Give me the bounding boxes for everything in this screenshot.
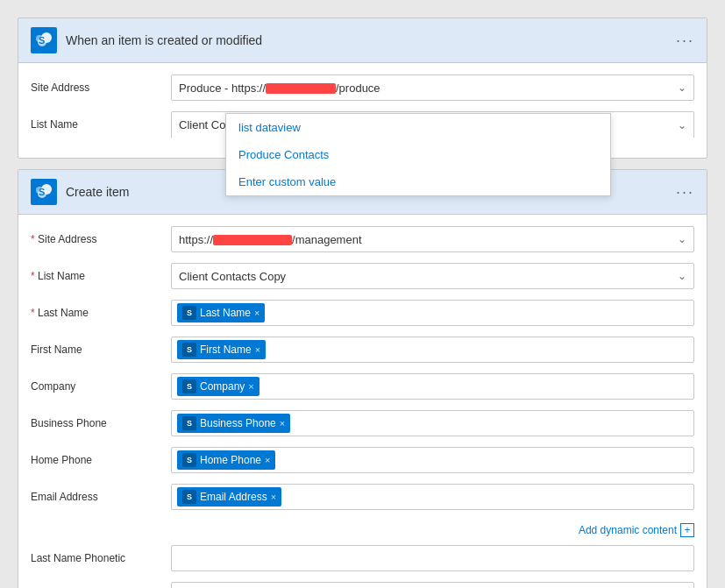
token-label-first-name: First Name bbox=[200, 344, 252, 356]
token-label-last-name: Last Name bbox=[200, 307, 251, 319]
token-close-business-phone[interactable]: × bbox=[280, 418, 285, 429]
action-site-address-chevron: ⌄ bbox=[678, 233, 686, 245]
svg-text:S: S bbox=[39, 187, 45, 197]
token-home-phone: S Home Phone × bbox=[177, 450, 275, 470]
action-list-name-chevron: ⌄ bbox=[678, 270, 686, 282]
field-row-first-name-phonetic: First Name Phonetic bbox=[31, 581, 694, 588]
action-card-body: Site Address https:// /management ⌄ List… bbox=[18, 215, 707, 588]
token-label-company: Company bbox=[200, 380, 245, 393]
action-title: Create item bbox=[66, 185, 129, 199]
trigger-site-address-value: Produce - https:// /produce bbox=[179, 81, 380, 95]
dropdown-option-produce-contacts[interactable]: Produce Contacts bbox=[226, 141, 610, 168]
sp-logo-svg: S bbox=[34, 31, 53, 50]
trigger-more-options[interactable]: ··· bbox=[676, 32, 694, 50]
field-input-business-phone[interactable]: S Business Phone × bbox=[171, 410, 694, 436]
trigger-list-name-label: List Name bbox=[31, 118, 171, 131]
token-email: S Email Address × bbox=[177, 487, 281, 507]
token-close-email[interactable]: × bbox=[271, 492, 276, 502]
action-sharepoint-icon: S bbox=[31, 179, 57, 205]
field-row-home-phone: Home Phone S Home Phone × bbox=[31, 446, 694, 474]
token-close-company[interactable]: × bbox=[248, 381, 253, 392]
action-list-name-row: List Name Client Contacts Copy ⌄ bbox=[31, 262, 694, 290]
field-label-last-name-phonetic: Last Name Phonetic bbox=[31, 552, 171, 564]
action-header-left: S Create item bbox=[31, 179, 129, 205]
token-icon-company: S bbox=[182, 379, 196, 393]
trigger-card: S When an item is created or modified ··… bbox=[18, 18, 707, 159]
trigger-site-address-dropdown[interactable]: Produce - https:// /produce ⌄ bbox=[171, 74, 694, 101]
token-close-last-name[interactable]: × bbox=[254, 308, 259, 318]
action-site-address-dropdown[interactable]: https:// /management ⌄ bbox=[171, 226, 694, 252]
plus-icon: + bbox=[680, 523, 694, 537]
action-sp-logo-svg: S bbox=[34, 182, 53, 202]
field-label-company: Company bbox=[31, 380, 171, 393]
token-close-home-phone[interactable]: × bbox=[265, 455, 270, 465]
field-label-home-phone: Home Phone bbox=[31, 454, 171, 466]
trigger-site-address-label: Site Address bbox=[31, 81, 171, 94]
field-input-home-phone[interactable]: S Home Phone × bbox=[171, 447, 694, 473]
sharepoint-icon: S bbox=[31, 27, 57, 53]
token-icon-email: S bbox=[182, 490, 196, 504]
token-first-name: S First Name × bbox=[177, 340, 266, 359]
field-row-last-name-phonetic: Last Name Phonetic bbox=[31, 544, 694, 572]
list-name-chevron: ⌄ bbox=[678, 119, 686, 131]
svg-text:S: S bbox=[39, 35, 45, 46]
dropdown-option-custom-value[interactable]: Enter custom value bbox=[226, 168, 610, 195]
action-site-address-row: Site Address https:// /management ⌄ bbox=[31, 225, 694, 253]
field-row-business-phone: Business Phone S Business Phone × bbox=[31, 409, 694, 437]
token-icon-home-phone: S bbox=[182, 453, 196, 467]
add-dynamic-content-button[interactable]: Add dynamic content + bbox=[579, 523, 694, 537]
field-input-company[interactable]: S Company × bbox=[171, 373, 694, 400]
field-label-business-phone: Business Phone bbox=[31, 417, 171, 429]
token-label-home-phone: Home Phone bbox=[200, 454, 261, 466]
field-label-email: Email Address bbox=[31, 491, 171, 503]
add-dynamic-label: Add dynamic content bbox=[579, 524, 677, 536]
action-more-options[interactable]: ··· bbox=[676, 183, 694, 202]
list-name-dropdown-menu: list dataview Produce Contacts Enter cus… bbox=[225, 113, 611, 196]
dropdown-option-list-dataview[interactable]: list dataview bbox=[226, 114, 610, 141]
redacted-url-2 bbox=[213, 235, 292, 245]
action-site-address-label: Site Address bbox=[31, 233, 171, 245]
token-label-business-phone: Business Phone bbox=[200, 417, 276, 429]
trigger-site-address-row: Site Address Produce - https:// /produce… bbox=[31, 74, 694, 102]
add-dynamic-row: Add dynamic content + bbox=[31, 520, 694, 544]
field-input-last-name[interactable]: S Last Name × bbox=[171, 300, 694, 326]
site-address-chevron: ⌄ bbox=[678, 81, 686, 94]
action-list-name-value: Client Contacts Copy bbox=[179, 270, 286, 283]
redacted-url-1 bbox=[266, 83, 336, 94]
token-company: S Company × bbox=[177, 377, 259, 396]
trigger-header-left: S When an item is created or modified bbox=[31, 27, 262, 53]
action-site-address-value: https:// /management bbox=[179, 233, 362, 246]
field-input-first-name[interactable]: S First Name × bbox=[171, 337, 694, 363]
field-input-first-name-phonetic[interactable] bbox=[171, 582, 694, 588]
field-row-company: Company S Company × bbox=[31, 372, 694, 400]
trigger-title: When an item is created or modified bbox=[66, 33, 262, 47]
field-row-first-name: First Name S First Name × bbox=[31, 336, 694, 364]
action-card: S Create item ··· Site Address https:// … bbox=[18, 169, 707, 588]
action-list-name-dropdown[interactable]: Client Contacts Copy ⌄ bbox=[171, 263, 694, 289]
field-label-last-name: Last Name bbox=[31, 307, 171, 319]
field-label-first-name: First Name bbox=[31, 344, 171, 356]
field-input-last-name-phonetic[interactable] bbox=[171, 545, 694, 571]
token-close-first-name[interactable]: × bbox=[255, 344, 260, 355]
action-list-name-label: List Name bbox=[31, 270, 171, 282]
token-label-email: Email Address bbox=[200, 491, 267, 503]
token-icon-last-name: S bbox=[182, 306, 196, 320]
field-row-email: Email Address S Email Address × bbox=[31, 483, 694, 511]
token-icon-business-phone: S bbox=[182, 416, 196, 430]
field-input-email[interactable]: S Email Address × bbox=[171, 484, 694, 510]
token-business-phone: S Business Phone × bbox=[177, 414, 290, 433]
token-icon-first-name: S bbox=[182, 343, 196, 357]
token-last-name: S Last Name × bbox=[177, 303, 265, 322]
trigger-card-header: S When an item is created or modified ··… bbox=[18, 18, 707, 63]
field-row-last-name: Last Name S Last Name × bbox=[31, 299, 694, 327]
